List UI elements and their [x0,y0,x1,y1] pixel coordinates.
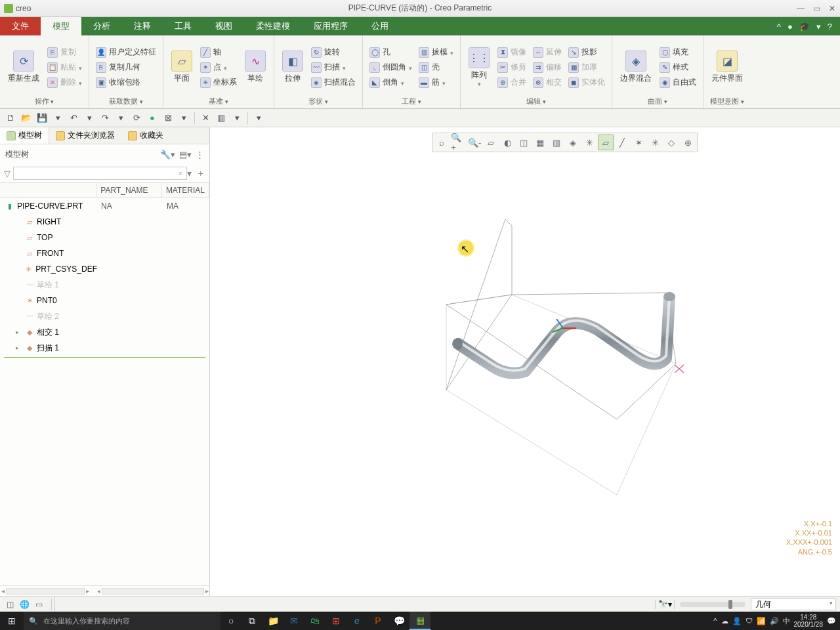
chamfer-button[interactable]: ◣倒角 [368,76,413,89]
store-icon[interactable]: 🛍 [304,612,326,630]
cortana-icon[interactable]: ○ [220,612,242,630]
tab-applications[interactable]: 应用程序 [302,17,360,35]
clear-search-button[interactable]: × [178,169,182,177]
tree-item-5[interactable]: ✶PNT0 [0,293,209,308]
plane-display-button[interactable]: ▱ [598,135,614,150]
tree-show-button[interactable]: ▤▾ [179,150,192,159]
tab-model[interactable]: 模型 [41,17,81,35]
open-file-button[interactable]: 📂 [20,112,33,125]
trim-button[interactable]: ✂修剪 [496,61,528,74]
tree-item-7[interactable]: ▸◆相交 1 [0,324,209,340]
merge-button[interactable]: ⊕合并 [496,76,528,89]
axis-button[interactable]: ╱轴 [199,46,238,58]
shrinkwrap-button[interactable]: ▣收缩包络 [94,76,158,89]
find-button[interactable]: 🔭▾ [655,600,675,609]
help-icon[interactable]: ? [828,22,832,32]
tree-insert-indicator[interactable] [4,357,205,358]
filter-icon[interactable]: ▽ [4,169,10,178]
close-doc-button[interactable]: ✕ [199,112,212,125]
tray-volume-icon[interactable]: 🔊 [770,617,779,625]
refit-button[interactable]: ⌕ [434,135,450,150]
close-window-button[interactable]: ⊠ [161,112,175,125]
tree-item-1[interactable]: ▱TOP [0,230,209,245]
project-button[interactable]: ↘投影 [567,46,606,58]
point-display-button[interactable]: ✶ [631,135,646,150]
repaint-button[interactable]: ▱ [483,135,499,150]
zoom-slider[interactable] [680,602,746,607]
tree-horizontal-scrollbar[interactable]: ◂▸ ◂▸ [0,585,210,596]
freestyle-button[interactable]: ◉自由式 [658,76,698,89]
tree-settings-button[interactable]: 🔧▾ [160,150,175,159]
graphics-canvas[interactable]: ⌕ 🔍+ 🔍- ▱ ◐ ◫ ▦ ▥ ◈ ✳ ▱ ╱ ✶ ✳ ◇ ⊕ [210,127,840,596]
explorer-icon[interactable]: 📁 [262,612,284,630]
panel-tab-model-tree[interactable]: 模型树 [0,127,49,144]
extrude-button[interactable]: ◧拉伸 [280,38,306,96]
tray-people-icon[interactable]: 👤 [732,617,742,625]
mirror-button[interactable]: ⧗镜像 [496,46,528,58]
view-manager-button[interactable]: ▥ [549,135,564,150]
dropdown-icon[interactable]: ▾ [816,22,821,32]
csys-button[interactable]: ✳坐标系 [199,76,238,89]
tab-flexible[interactable]: 柔性建模 [244,17,302,35]
tree-root-row[interactable]: ▮PIPE-CURVE.PRT NA MA [0,198,209,214]
offset-button[interactable]: ⇉偏移 [532,61,563,74]
tree-search-input[interactable] [13,167,187,180]
maximize-button[interactable]: ▭ [808,1,824,16]
extend-button[interactable]: ↔延伸 [532,46,563,58]
sketch-button[interactable]: ∿草绘 [242,38,268,96]
tray-cloud-icon[interactable]: ☁ [721,617,728,625]
axis-display-button[interactable]: ╱ [614,135,630,150]
rib-button[interactable]: ▬筋 [417,76,455,89]
revolve-button[interactable]: ↻旋转 [310,46,357,58]
sweep-button[interactable]: 〰扫描 [310,61,357,74]
pattern-button[interactable]: ⋮⋮阵列▾ [466,38,492,96]
delete-button[interactable]: ✕删除 [46,76,83,89]
fill-button[interactable]: ▢填充 [658,46,698,58]
expander-icon[interactable]: ▸ [16,345,22,351]
expander-icon[interactable]: ▸ [16,329,22,335]
start-button[interactable]: ⊞ [0,616,24,626]
tab-file[interactable]: 文件 [0,17,41,35]
boundary-blend-button[interactable]: ◈边界混合 [618,38,654,96]
add-column-button[interactable]: + [196,168,205,178]
regenerate-button[interactable]: ⟳ 重新生成 [5,38,42,96]
undo-button[interactable]: ↶ [67,112,80,125]
tree-item-3[interactable]: ✳PRT_CSYS_DEF [0,261,209,277]
panel-tab-favorites[interactable]: 收藏夹 [121,127,170,144]
minimize-button[interactable]: — [793,1,808,16]
tab-tools[interactable]: 工具 [163,17,203,35]
spin-center-button[interactable]: ⊕ [680,135,696,150]
intersect-button[interactable]: ⊗相交 [532,76,563,89]
sb-web-button[interactable]: 🌐 [18,598,30,610]
point-button[interactable]: ✶点 [199,61,238,74]
ms-icon[interactable]: ⊞ [326,612,346,630]
tray-expand-icon[interactable]: ^ [713,617,717,625]
solidify-button[interactable]: ◼实体化 [567,76,606,89]
close-button[interactable]: ✕ [824,1,840,16]
tree-item-6[interactable]: 〰草绘 2 [0,308,209,324]
component-interface-button[interactable]: ◪元件界面 [709,38,746,96]
panel-tab-folder-browser[interactable]: 文件夹浏览器 [49,127,121,144]
datum-display-button[interactable]: ✳ [581,135,597,150]
new-file-button[interactable]: 🗋 [4,112,17,125]
tab-annotate[interactable]: 注释 [122,17,163,35]
edge-icon[interactable]: e [346,612,368,630]
layout-button[interactable]: ▥ [215,112,228,125]
sb-notebook-button[interactable]: ▭ [33,598,45,610]
redo-button[interactable]: ↷ [98,112,112,125]
shell-button[interactable]: ◫壳 [417,61,455,74]
udf-button[interactable]: 👤用户定义特征 [94,46,158,58]
zoom-out-button[interactable]: 🔍- [467,135,482,150]
user-icon[interactable]: ● [788,22,793,32]
tree-item-2[interactable]: ▱FRONT [0,245,209,261]
close-window-dropdown[interactable]: ▾ [177,112,190,125]
selection-filter-dropdown[interactable]: 几何 [751,598,836,610]
layout-dropdown[interactable]: ▾ [230,112,243,125]
customize-dropdown[interactable]: ▾ [252,112,265,125]
hole-button[interactable]: ◯孔 [368,46,413,58]
perspective-button[interactable]: ◈ [565,135,581,150]
save-button[interactable]: 💾 [35,112,49,125]
tray-ime-label[interactable]: 中 [783,616,790,626]
column-partname[interactable]: PART_NAME [96,183,162,198]
paste-button[interactable]: 📋粘贴 [46,61,83,74]
